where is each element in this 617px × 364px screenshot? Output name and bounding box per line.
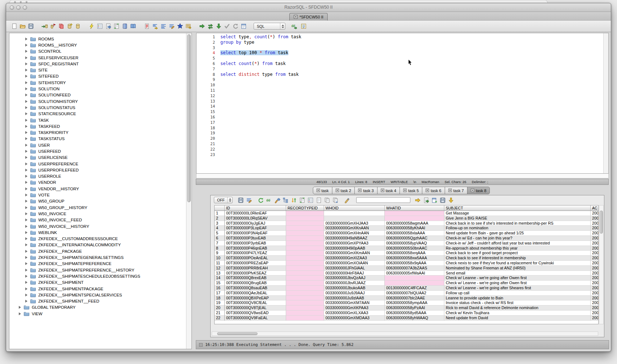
disclosure-triangle-icon[interactable] xyxy=(25,162,27,165)
cell-whatid[interactable]: 006300000058yd5AAA xyxy=(385,311,444,316)
cell-id[interactable]: 00T3000000Q8rexEAB xyxy=(225,276,286,281)
sidebar-item-solution[interactable]: SOLUTION xyxy=(9,86,191,92)
disclosure-triangle-icon[interactable] xyxy=(25,62,27,65)
result-tab-task-3[interactable]: task 3 xyxy=(354,187,377,194)
cell-id[interactable]: 00T3000000QV8TjEAL xyxy=(225,306,286,311)
cell-whoid[interactable]: 0033000000H9aNBAAZ xyxy=(324,236,385,241)
sidebar-item-scontrol[interactable]: SCONTROL xyxy=(9,48,191,55)
execute-down-icon[interactable] xyxy=(215,23,222,30)
cell-subject[interactable]: Get Massage xyxy=(444,211,591,216)
open-file-icon[interactable] xyxy=(19,23,26,30)
code-line[interactable] xyxy=(220,152,603,157)
sidebar-item-w50-invoice-history[interactable]: W50_INVOICE__HISTORY xyxy=(9,223,191,229)
export-results-icon[interactable] xyxy=(422,196,430,204)
cell-whoid[interactable]: 0033000000HirF8AAJ xyxy=(324,271,385,276)
statement-mode-select[interactable]: SQL xyxy=(254,23,285,30)
cell-subject[interactable]: Follow up call xyxy=(444,291,591,296)
describe-results-icon[interactable] xyxy=(307,196,314,204)
cell-id[interactable]: 00T3000000Q8sauEAB xyxy=(225,286,286,291)
save-icon[interactable] xyxy=(27,23,34,30)
disclosure-triangle-icon[interactable] xyxy=(25,100,27,103)
add-row-icon[interactable] xyxy=(431,196,438,204)
cell-recordtypeid[interactable] xyxy=(286,246,324,251)
table-row[interactable]: 2000T3000000QV8TjEAL0033000000GmXKPAA300… xyxy=(215,306,598,311)
disclosure-triangle-icon[interactable] xyxy=(19,312,21,315)
disclosure-triangle-icon[interactable] xyxy=(19,306,21,309)
disclosure-triangle-icon[interactable] xyxy=(25,56,27,59)
results-list-icon[interactable] xyxy=(300,23,307,30)
view-record-icon[interactable] xyxy=(315,196,322,204)
cell-ac[interactable]: 200 xyxy=(591,241,599,246)
disclosure-triangle-icon[interactable] xyxy=(25,231,27,234)
disclosure-triangle-icon[interactable] xyxy=(25,144,27,147)
cell-recordtypeid[interactable] xyxy=(286,271,324,276)
result-tab-task[interactable]: task xyxy=(313,187,332,194)
disclosure-triangle-icon[interactable] xyxy=(25,137,27,140)
disclosure-triangle-icon[interactable] xyxy=(25,275,27,278)
save-changes-icon[interactable] xyxy=(439,196,446,204)
cell-whoid[interactable]: 0033000000JFhGlAAL xyxy=(324,266,385,271)
disclosure-triangle-icon[interactable] xyxy=(25,243,27,246)
cell-id[interactable]: 00T3000000POeAnEAL xyxy=(225,256,286,261)
code-line[interactable] xyxy=(220,93,603,99)
cell-recordtypeid[interactable] xyxy=(286,211,324,216)
cell-whatid[interactable]: 00630000007A3bZAAS xyxy=(385,266,444,271)
code-line[interactable] xyxy=(220,136,603,141)
row-number[interactable]: 18 xyxy=(215,296,225,301)
cell-ac[interactable]: 200 xyxy=(591,300,599,306)
sidebar-item-selfserviceuser[interactable]: SELFSERVICEUSER xyxy=(9,55,191,61)
code-line[interactable] xyxy=(220,130,603,136)
disclosure-triangle-icon[interactable] xyxy=(25,125,27,128)
sidebar-item-zkfedex-shipment-feed[interactable]: ZKFEDEX__SHIPMENT__FEED xyxy=(9,298,191,304)
cell-ac[interactable]: 200 xyxy=(591,311,599,316)
disclosure-triangle-icon[interactable] xyxy=(25,156,27,159)
table-row[interactable]: 100T3000000L0RknEAFGet Massage200 xyxy=(215,211,598,216)
close-tab-icon[interactable] xyxy=(403,188,407,193)
disclosure-triangle-icon[interactable] xyxy=(25,294,27,296)
cell-whoid[interactable]: 0033000000H9i0pAAB xyxy=(324,246,385,251)
find-next-icon[interactable] xyxy=(414,196,421,204)
cell-ac[interactable]: 200 xyxy=(591,266,599,271)
sql-code[interactable]: select type, count(*) from taskgroup by … xyxy=(220,34,603,157)
disclosure-triangle-icon[interactable] xyxy=(25,87,27,90)
favorites-list-icon[interactable] xyxy=(143,23,150,30)
cell-subject[interactable]: Re-approach about membership this year xyxy=(444,246,591,251)
table-row[interactable]: 1300T3000000PfvKSEAZ0033000000HirF8AAJ00… xyxy=(215,271,598,276)
cell-subject[interactable]: Give Jenn a BIG RAISE xyxy=(444,216,591,221)
cell-whatid[interactable]: 00630000005S0bnAAC xyxy=(385,246,444,251)
cell-id[interactable]: 00T3000000L0RqSEAV xyxy=(225,216,286,221)
disclosure-triangle-icon[interactable] xyxy=(25,150,27,153)
row-number[interactable]: 11 xyxy=(215,261,225,266)
code-line[interactable] xyxy=(220,99,603,104)
row-number[interactable]: 2 xyxy=(215,216,225,221)
cell-whoid[interactable] xyxy=(324,216,385,221)
cell-whatid[interactable]: 006300000058yhWAAQ xyxy=(385,316,444,321)
cell-subject[interactable]: Check back to see if interested in membe… xyxy=(444,256,591,261)
code-line[interactable] xyxy=(220,109,603,114)
cell-ac[interactable]: 200 xyxy=(591,251,599,256)
close-tab-icon[interactable] xyxy=(336,188,339,193)
cell-whatid[interactable]: 006300000058xw5AAA xyxy=(385,256,444,261)
cell-recordtypeid[interactable] xyxy=(286,291,324,296)
cell-recordtypeid[interactable] xyxy=(286,226,324,231)
sidebar-item-vote[interactable]: VOTE xyxy=(9,192,191,198)
header-corner-cell[interactable] xyxy=(215,205,225,211)
disclosure-triangle-icon[interactable] xyxy=(25,106,27,109)
sidebar-item-zkfedex-shipmatepreference[interactable]: ZKFEDEX__SHIPMATEPREFERENCE xyxy=(9,261,191,267)
row-number[interactable]: 16 xyxy=(215,286,225,291)
table-row[interactable]: 1400T3000000Q8rexEAB0033000000JbvQzAAJCh… xyxy=(215,276,598,281)
column-tree-icon[interactable] xyxy=(282,196,289,204)
cell-recordtypeid[interactable] xyxy=(286,311,324,316)
cell-whoid[interactable]: 0033000000GmXKmAAN xyxy=(324,251,385,256)
sidebar-item-zkfedex-shipmatepreference-history[interactable]: ZKFEDEX__SHIPMATEPREFERENCE__HISTORY xyxy=(9,267,191,273)
cell-id[interactable]: 00T3000000Q8rugEAB xyxy=(225,281,286,286)
database-icon[interactable] xyxy=(74,23,81,30)
cell-ac[interactable]: 200 xyxy=(591,306,599,311)
table-row[interactable]: 1500T3000000Q8rugEAB0033000000JbvRJAAZCh… xyxy=(215,281,598,286)
cell-ac[interactable]: 200 xyxy=(591,216,599,221)
cell-whoid[interactable]: 0033000000GmXM7AAN xyxy=(324,300,385,306)
cell-whoid[interactable]: 0033000000GmXKPAA3 xyxy=(324,306,385,311)
cell-ac[interactable]: 200 xyxy=(591,231,599,236)
cell-whatid[interactable]: 006300000058yKhAAI xyxy=(385,226,444,231)
quotes-icon[interactable]: 66 xyxy=(290,23,298,30)
